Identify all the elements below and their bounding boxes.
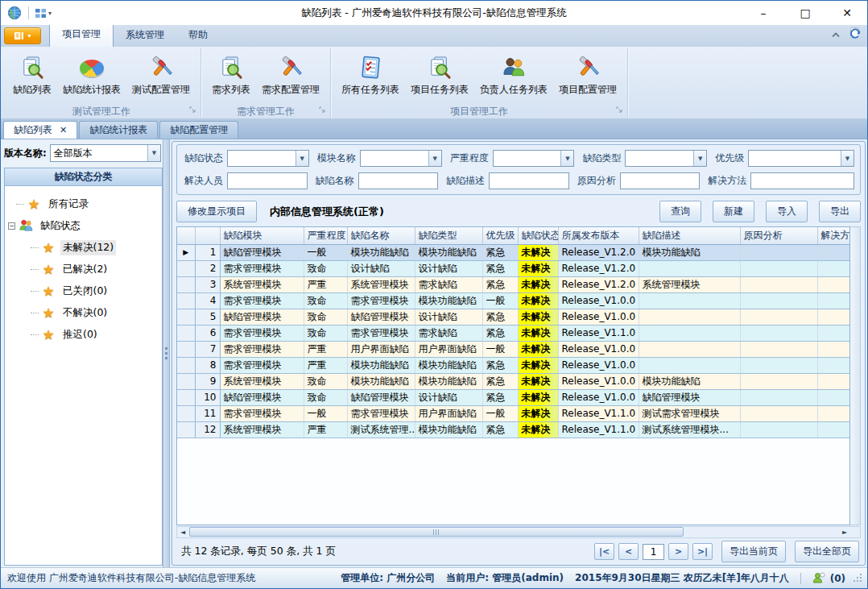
tree-item[interactable]: ★推迟(0) — [6, 324, 160, 346]
ribbon-tab-2[interactable]: 系统管理 — [114, 24, 176, 47]
缺陷类型-select[interactable]: ▼ — [625, 150, 707, 167]
grid-cell — [740, 357, 817, 373]
doc-tab-1[interactable]: 缺陷列表✕ — [3, 121, 77, 139]
export-all-pages-button[interactable]: 导出全部页 — [795, 541, 859, 562]
minimize-button[interactable]: – — [750, 2, 777, 24]
new-button[interactable]: 新建 — [713, 201, 754, 222]
chevron-down-icon[interactable]: ▼ — [693, 151, 706, 166]
online-user-icon[interactable] — [812, 572, 825, 584]
column-header[interactable]: 缺陷状态 — [518, 227, 558, 244]
close-icon[interactable]: ✕ — [60, 125, 67, 135]
next-page-button[interactable]: > — [668, 543, 688, 560]
defect-status-cell: 未解决 — [518, 309, 558, 325]
chevron-down-icon[interactable]: ▼ — [147, 145, 160, 161]
close-button[interactable]: ✕ — [833, 2, 861, 24]
column-header[interactable]: 严重程度 — [304, 227, 347, 244]
tree-item[interactable]: ★已解决(2) — [6, 259, 160, 280]
chevron-down-icon[interactable]: ▼ — [428, 151, 441, 166]
scroll-right-icon[interactable]: ► — [839, 527, 850, 537]
query-button[interactable]: 查询 — [659, 201, 701, 222]
缺陷描述-input[interactable] — [489, 172, 569, 189]
export-button[interactable]: 导出 — [819, 201, 861, 222]
doc-tab-3[interactable]: 缺陷配置管理 — [159, 121, 238, 139]
tree-item[interactable]: −缺陷状态 — [6, 215, 160, 237]
ribbon-button[interactable]: 缺陷统计报表 — [57, 51, 126, 97]
column-header[interactable]: 所属发布版本 — [558, 227, 639, 244]
tree-item[interactable]: ★已关闭(0) — [6, 280, 160, 302]
column-header[interactable]: 优先级 — [482, 227, 518, 244]
vertical-scrollbar[interactable] — [850, 226, 861, 525]
优先级-select[interactable]: ▼ — [748, 150, 854, 167]
collapse-minus-icon[interactable]: − — [8, 222, 15, 230]
launcher-icon[interactable] — [319, 105, 326, 116]
app-menu-button[interactable]: ▾ — [4, 27, 41, 44]
layout-grid-icon[interactable]: ▾ — [35, 8, 52, 19]
first-page-button[interactable]: |< — [594, 543, 614, 560]
table-row[interactable]: 8需求管理模块严重模块功能缺陷模块功能缺陷紧急未解决Release_V1.0.0 — [177, 357, 850, 373]
table-row[interactable]: ▶1缺陷管理模块一般模块功能缺陷模块功能缺陷紧急未解决Release_V1.2.… — [177, 244, 850, 260]
column-header[interactable]: 缺陷模块 — [220, 227, 304, 244]
table-row[interactable]: 5缺陷管理模块致命缺陷管理模块设计缺陷紧急未解决Release_V1.0.0 — [177, 309, 850, 325]
launcher-icon[interactable] — [189, 105, 196, 116]
ribbon-tab-3[interactable]: 帮助 — [176, 24, 220, 47]
table-row[interactable]: 10缺陷管理模块致命缺陷管理模块设计缺陷紧急未解决Release_V1.0.0缺… — [177, 389, 850, 405]
grid-cell — [817, 421, 850, 438]
ribbon-tab-1[interactable]: 项目管理 — [49, 23, 114, 47]
chevron-down-icon[interactable]: ▼ — [841, 151, 854, 166]
原因分析-input[interactable] — [620, 172, 701, 189]
export-current-page-button[interactable]: 导出当前页 — [721, 541, 786, 562]
table-row[interactable]: 11需求管理模块一般需求管理模块用户界面缺陷一般未解决Release_V1.1.… — [177, 405, 850, 421]
ribbon-button[interactable]: 需求配置管理 — [256, 51, 325, 97]
modify-display-button[interactable]: 修改显示项目 — [176, 201, 257, 222]
tree-item[interactable]: ★未解决(12) — [6, 237, 160, 259]
column-header[interactable]: 原因分析 — [740, 227, 817, 244]
splitter-handle[interactable] — [163, 139, 170, 567]
table-row[interactable]: 9系统管理模块致命模块功能缺陷模块功能缺陷紧急未解决Release_V1.0.0… — [177, 373, 850, 389]
table-row[interactable]: 12系统管理模块严重测试系统管理...模块功能缺陷紧急未解决Release_V1… — [177, 421, 850, 438]
refresh-icon[interactable] — [849, 27, 862, 43]
prev-page-button[interactable]: < — [618, 543, 639, 560]
ribbon-collapse-icon[interactable] — [831, 29, 841, 40]
column-header[interactable]: 缺陷类型 — [415, 227, 482, 244]
column-header[interactable]: 缺陷名称 — [347, 227, 415, 244]
ribbon-button[interactable]: 所有任务列表 — [336, 51, 405, 97]
grid-cell: 测试需求管理模块 — [639, 405, 740, 421]
ribbon-button[interactable]: 测试配置管理 — [126, 51, 196, 97]
ribbon-button[interactable]: 负责人任务列表 — [474, 51, 553, 97]
resize-grip[interactable] — [854, 574, 862, 583]
last-page-button[interactable]: >| — [692, 543, 713, 560]
解决方法-input[interactable] — [750, 172, 854, 189]
解决人员-input[interactable] — [227, 172, 308, 189]
chevron-down-icon[interactable]: ▼ — [560, 151, 573, 166]
column-header[interactable]: 缺陷描述 — [639, 227, 740, 244]
模块名称-select[interactable]: ▼ — [360, 150, 442, 167]
table-row[interactable]: 2需求管理模块致命设计缺陷设计缺陷紧急未解决Release_V1.2.0 — [177, 260, 850, 276]
grid-cell: 紧急 — [482, 421, 518, 438]
table-row[interactable]: 7需求管理模块严重用户界面缺陷用户界面缺陷一般未解决Release_V1.0.0 — [177, 341, 850, 357]
tree-item[interactable]: ★不解决(0) — [6, 302, 160, 324]
version-select[interactable]: 全部版本 ▼ — [50, 144, 161, 162]
import-button[interactable]: 导入 — [766, 201, 808, 222]
maximize-button[interactable]: □ — [792, 2, 819, 24]
scrollbar-thumb[interactable] — [189, 527, 684, 537]
严重程度-select[interactable]: ▼ — [493, 150, 575, 167]
page-number-input[interactable] — [643, 544, 664, 560]
table-row[interactable]: 4需求管理模块致命需求管理模块模块功能缺陷一般未解决Release_V1.0.0 — [177, 292, 850, 309]
table-row[interactable]: 3系统管理模块严重系统管理模块需求缺陷紧急未解决Release_V1.2.0系统… — [177, 276, 850, 292]
scroll-left-icon[interactable]: ◄ — [177, 527, 188, 537]
column-header[interactable]: 解决方法 — [817, 227, 850, 244]
缺陷状态-select[interactable]: ▼ — [227, 150, 309, 167]
grid-cell: 致命 — [304, 292, 347, 309]
缺陷名称-input[interactable] — [358, 172, 439, 189]
chevron-down-icon[interactable]: ▼ — [296, 151, 308, 166]
scrollbar-track[interactable] — [188, 527, 839, 537]
launcher-icon[interactable] — [616, 105, 623, 116]
ribbon-button[interactable]: 需求列表 — [206, 51, 256, 97]
ribbon-button[interactable]: 项目任务列表 — [405, 51, 474, 97]
ribbon-button[interactable]: 缺陷列表 — [7, 51, 57, 97]
ribbon-button[interactable]: 项目配置管理 — [553, 51, 622, 97]
doc-tab-2[interactable]: 缺陷统计报表 — [79, 121, 158, 139]
horizontal-scrollbar[interactable]: ◄ ► — [176, 526, 861, 538]
tree-item[interactable]: ★所有记录 — [6, 193, 160, 215]
table-row[interactable]: 6需求管理模块致命需求管理模块需求缺陷紧急未解决Release_V1.1.0 — [177, 325, 850, 341]
